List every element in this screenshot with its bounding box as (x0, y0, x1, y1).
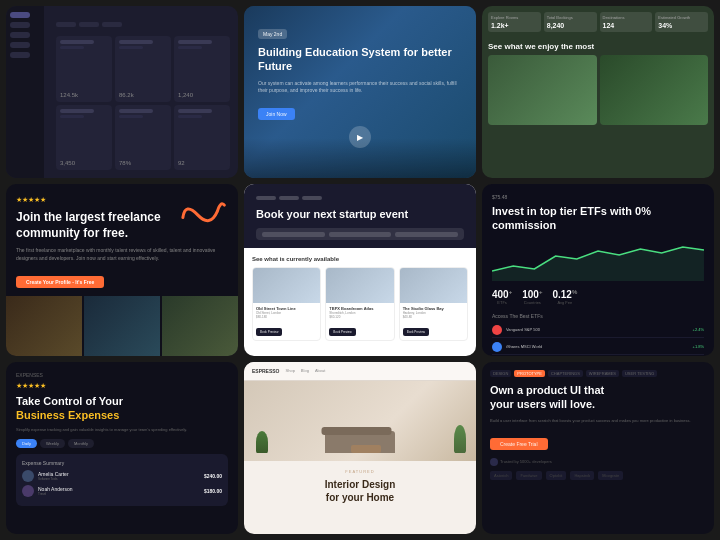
venue-info: The Studio Glass Bay Hackney, London $40… (400, 303, 467, 340)
etf-list-item[interactable]: iShares MSCI World +1.8% (492, 340, 704, 355)
expense-category: Software Tools (38, 477, 200, 481)
expense-category: Travel (38, 492, 200, 496)
venue-book-button[interactable]: Book Preview (329, 328, 355, 336)
expenses-top-label: EXPENSES (16, 372, 228, 378)
product-heading: Own a product UI that your users will lo… (490, 383, 706, 412)
venue-image (326, 268, 393, 303)
events-search[interactable] (256, 228, 464, 240)
freelance-heading: Join the largest freelance community for… (16, 210, 228, 241)
brand-optobit: Optobit (546, 471, 567, 480)
nav-item (302, 196, 322, 200)
expense-card-header: Expense Summary (22, 460, 222, 466)
venue-image (400, 268, 467, 303)
sidebar-dot (10, 12, 30, 18)
stat-etfs: 400+ ETFs (492, 289, 512, 305)
education-heading: Building Education System for better Fut… (258, 45, 462, 74)
etf-price: +1.8% (693, 344, 704, 349)
product-cta-button[interactable]: Create Free Trial (490, 438, 548, 450)
nav-user-testing[interactable]: USER TESTING (622, 370, 658, 377)
cell-product-ui: DESIGN PROTOTYPE CHAPTERINGS WIREFRAMES … (482, 362, 714, 534)
stat-value: 34% (658, 22, 705, 29)
product-description: Build a user interface from scratch that… (490, 418, 706, 424)
product-nav: DESIGN PROTOTYPE CHAPTERINGS WIREFRAMES … (490, 370, 706, 377)
nav-design[interactable]: DESIGN (490, 370, 511, 377)
etf-list-item[interactable]: Vanguard S&P 500 +2.4% (492, 323, 704, 338)
stat-value: 8,240 (547, 22, 594, 29)
travel-heading: See what we enjoy the most (482, 38, 714, 55)
freelance-bottom-images (6, 296, 238, 356)
dashboard-main: 124.5k 86.2k 1,240 3,450 78% (56, 14, 230, 170)
dashboard-card[interactable]: 124.5k (56, 36, 112, 102)
venue-book-button[interactable]: Book Preview (256, 328, 282, 336)
stat-card: Total Bookings 8,240 (544, 12, 597, 32)
star-rating: ★★★★★ (16, 196, 228, 204)
stat-label: ETFs (492, 300, 512, 305)
venue-card[interactable]: TBPX Boardroom Atlas Shoreditch, London … (325, 267, 394, 341)
play-icon: ▶ (357, 133, 363, 142)
card-title-bar (178, 40, 212, 44)
nav-about[interactable]: About (315, 368, 325, 374)
nature-image-forest (488, 55, 597, 125)
nav-wireframes[interactable]: WIREFRAMES (586, 370, 619, 377)
etf-price: +2.4% (693, 327, 704, 332)
finance-stats: 400+ ETFs 100+ Countries 0.12% Avg Fee (492, 289, 704, 305)
venue-price: $60-120 (329, 315, 390, 319)
nav-shop[interactable]: Shop (286, 368, 295, 374)
education-badge: May 2nd (258, 29, 287, 39)
dashboard-cards: 124.5k 86.2k 1,240 3,450 78% (56, 36, 230, 170)
dashboard-card[interactable]: 78% (115, 105, 171, 171)
expense-amount: $240.00 (204, 473, 222, 479)
card-value: 86.2k (119, 92, 167, 98)
nav-blog[interactable]: Blog (301, 368, 309, 374)
dashboard-card[interactable]: 3,450 (56, 105, 112, 171)
nature-image-lake (600, 55, 709, 125)
nav-logo: ESPRESSO (252, 368, 280, 374)
expenses-heading-yellow: Business Expenses (16, 409, 119, 421)
brand-logos: Astorich Fundwise Optobit Hapstrck Moogr… (490, 471, 706, 480)
stat-number: 400+ (492, 289, 512, 300)
nav-chapterings[interactable]: CHAPTERINGS (548, 370, 583, 377)
heading-line2: for your Home (326, 492, 394, 503)
sidebar-dot (10, 52, 30, 58)
freelance-image (84, 296, 160, 356)
expense-avatar (22, 485, 34, 497)
dashboard-card[interactable]: 1,240 (174, 36, 230, 102)
card-title-bar (119, 40, 153, 44)
nav-prototype[interactable]: PROTOTYPE (514, 370, 545, 377)
education-cta-button[interactable]: Join Now (258, 108, 295, 120)
cell-interior: ESPRESSO Shop Blog About FEATURED Interi… (244, 362, 476, 534)
cell-finance: $75.48 Invest in top tier ETFs with 0% c… (482, 184, 714, 356)
stat-countries: 100+ Countries (522, 289, 542, 305)
expense-row: Amelia Carter Software Tools $240.00 (22, 470, 222, 482)
nature-images (482, 55, 714, 125)
card-bar (119, 46, 143, 49)
expenses-description: Simplify expense tracking and gain valua… (16, 427, 228, 433)
venue-card[interactable]: The Studio Glass Bay Hackney, London $40… (399, 267, 468, 341)
cell-expenses: EXPENSES ★★★★★ Take Control of Your Busi… (6, 362, 238, 534)
card-value: 3,450 (60, 160, 108, 166)
dashboard-header (56, 18, 230, 30)
heading-line1: Interior Design (325, 479, 396, 490)
product-heading-line2: your users will love. (490, 398, 595, 410)
card-bar (119, 115, 143, 118)
card-bar (60, 115, 84, 118)
toggle-monthly[interactable]: Monthly (68, 439, 94, 448)
education-content: May 2nd Building Education System for be… (244, 6, 476, 136)
play-button[interactable]: ▶ (349, 126, 371, 148)
header-element (56, 22, 76, 27)
freelance-image (162, 296, 238, 356)
toggle-daily[interactable]: Daily (16, 439, 37, 448)
toggle-row: Daily Weekly Monthly (16, 439, 228, 448)
header-element (79, 22, 99, 27)
venue-book-button[interactable]: Book Preview (403, 328, 429, 336)
education-description: Our system can activate among learners p… (258, 80, 462, 94)
dashboard-card[interactable]: 92 (174, 105, 230, 171)
etf-name: Vanguard S&P 500 (506, 327, 689, 332)
venue-card[interactable]: Old Street Town Line Old Street, London … (252, 267, 321, 341)
dashboard-card[interactable]: 86.2k (115, 36, 171, 102)
freelance-cta-button[interactable]: Create Your Profile - It's Free (16, 276, 104, 288)
freelance-heading-line2: community for free. (16, 226, 128, 240)
header-element (102, 22, 122, 27)
toggle-weekly[interactable]: Weekly (40, 439, 65, 448)
stat-label: Countries (522, 300, 542, 305)
